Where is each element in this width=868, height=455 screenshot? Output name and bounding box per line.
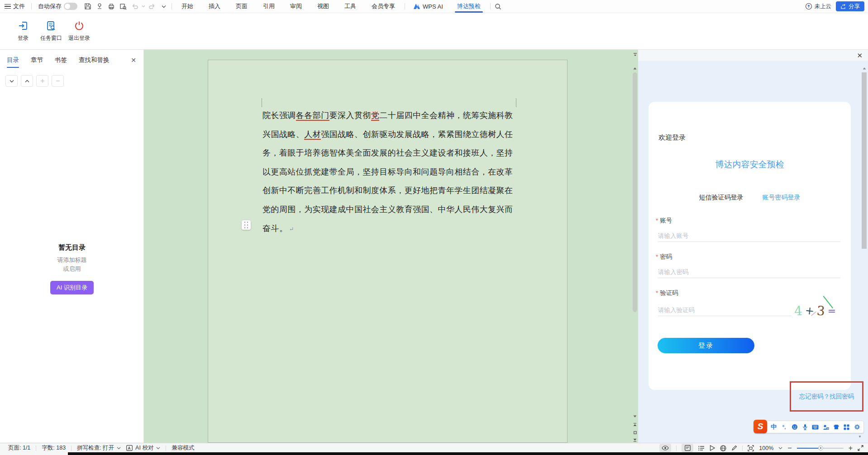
task-window-button[interactable]: 任务窗口: [37, 14, 65, 48]
panel-scrollbar-thumb[interactable]: [862, 72, 867, 249]
toc-expand-button[interactable]: [36, 75, 48, 87]
quick-access-dropdown-icon[interactable]: [158, 0, 170, 13]
doc-line[interactable]: 务，着眼于培养德智体美全面发展的社会主义建设者和接班人，坚持: [262, 144, 516, 163]
search-icon[interactable]: [492, 0, 504, 13]
zoom-slider[interactable]: [797, 448, 844, 449]
autosave-control[interactable]: 自动保存: [33, 0, 82, 13]
tab-sms-login[interactable]: 短信验证码登录: [699, 194, 744, 202]
menu-item-home[interactable]: 开始: [174, 0, 201, 13]
menu-item-tools[interactable]: 工具: [337, 0, 364, 13]
menu-item-page[interactable]: 页面: [228, 0, 255, 13]
zoom-in-button[interactable]: +: [849, 444, 853, 452]
word-count[interactable]: 字数: 183: [42, 444, 66, 452]
slideshow-view-button[interactable]: [710, 445, 715, 451]
save-icon[interactable]: [82, 0, 94, 13]
ruler-toggle-icon[interactable]: [632, 52, 638, 58]
ime-punctuation-icon[interactable]: °‚: [780, 424, 788, 430]
page-view-button[interactable]: [682, 444, 693, 452]
doc-line[interactable]: 创新中不断完善工作机制和制度体系，更好地把青年学生团结凝聚在: [262, 181, 516, 200]
sogou-logo[interactable]: S: [754, 420, 767, 433]
spellcheck-control[interactable]: 拼写检查: 打开: [77, 444, 121, 452]
sidebar-close-icon[interactable]: ✕: [131, 57, 136, 63]
tab-chapters[interactable]: 章节: [31, 56, 43, 68]
undo-button[interactable]: [129, 0, 141, 13]
compat-mode-label[interactable]: 兼容模式: [172, 444, 194, 452]
password-input[interactable]: [658, 266, 840, 278]
scrollbar-thumb[interactable]: [633, 72, 637, 312]
zoom-out-button[interactable]: −: [787, 444, 792, 452]
ime-toolbox-icon[interactable]: [843, 424, 850, 430]
web-layout-button[interactable]: [720, 445, 726, 451]
doc-line[interactable]: 奋斗。↵: [262, 219, 516, 238]
zoom-slider-handle[interactable]: [818, 446, 823, 450]
document-canvas[interactable]: 院长强调各各部门要深入贯彻党二十届四中全会精神，统筹实施科教 兴国战略、人材强国…: [144, 50, 638, 443]
divider: [405, 3, 405, 9]
autosave-toggle[interactable]: [64, 3, 77, 10]
document-scrollbar[interactable]: [632, 50, 638, 443]
undo-dropdown-icon[interactable]: [141, 0, 146, 13]
eye-protection-button[interactable]: [659, 444, 671, 452]
ai-proofread-control[interactable]: AI 校对: [126, 444, 160, 452]
tab-toc[interactable]: 目录: [7, 56, 19, 68]
zoom-dropdown-icon[interactable]: [778, 447, 782, 450]
scroll-up-arrow[interactable]: [632, 65, 638, 71]
doc-line[interactable]: 院长强调各各部门要深入贯彻党二十届四中全会精神，统筹实施科教: [262, 106, 516, 125]
toc-collapse-button[interactable]: [52, 75, 64, 87]
fullscreen-button[interactable]: [858, 445, 863, 451]
tab-bookmarks[interactable]: 书签: [55, 56, 67, 68]
previous-page-button[interactable]: [632, 422, 638, 428]
print-preview-icon[interactable]: [117, 0, 129, 13]
ime-skin-icon[interactable]: [832, 424, 840, 430]
page-indicator[interactable]: 页面: 1/1: [8, 444, 30, 452]
ime-id-icon[interactable]: 32: [822, 424, 830, 430]
account-input[interactable]: [658, 230, 840, 242]
toc-next-button[interactable]: [5, 75, 18, 87]
ai-proofread-icon: [126, 445, 133, 451]
ime-settings-icon[interactable]: [853, 424, 861, 430]
panel-login-button[interactable]: 登录: [658, 338, 754, 353]
doc-line[interactable]: 兴国战略、人材强国战略、创新驱动发展战略，紧紧围绕立德树人任: [262, 125, 516, 144]
menu-item-insert[interactable]: 插入: [201, 0, 228, 13]
menu-item-wps-ai[interactable]: WPS AI: [407, 3, 449, 10]
ime-mode-chinese[interactable]: 中: [770, 423, 777, 431]
menu-item-view[interactable]: 视图: [310, 0, 337, 13]
ai-recognize-toc-button[interactable]: AI 识别目录: [50, 281, 94, 294]
redo-button[interactable]: [146, 0, 158, 13]
menu-item-member[interactable]: 会员专享: [364, 0, 403, 13]
file-menu-button[interactable]: 文件: [0, 0, 29, 13]
outline-view-button[interactable]: [698, 446, 705, 451]
select-browse-object-button[interactable]: [632, 429, 638, 436]
panel-resize-arrow-icon[interactable]: ▼: [858, 435, 862, 439]
ime-voice-icon[interactable]: [801, 424, 809, 430]
scroll-down-arrow[interactable]: [632, 413, 638, 420]
stamp-icon[interactable]: [94, 0, 105, 13]
print-icon[interactable]: [105, 0, 117, 13]
captcha-image[interactable]: 4 + 3 =: [794, 301, 844, 321]
captcha-input[interactable]: [658, 304, 792, 316]
ink-annotation-button[interactable]: [731, 445, 737, 451]
login-button[interactable]: 登录: [9, 14, 37, 48]
document-text[interactable]: 院长强调各各部门要深入贯彻党二十届四中全会精神，统筹实施科教 兴国战略、人材强国…: [262, 106, 516, 238]
login-label: 登录: [18, 34, 29, 42]
menu-item-boda-precheck[interactable]: 博达预检: [449, 0, 488, 13]
paragraph-drag-handle[interactable]: [242, 220, 251, 230]
captcha-operator: +: [804, 304, 815, 318]
panel-close-icon[interactable]: ✕: [857, 52, 863, 60]
tab-find-replace[interactable]: 查找和替换: [79, 56, 110, 68]
fit-page-button[interactable]: [748, 445, 754, 451]
ime-keyboard-icon[interactable]: [811, 425, 819, 430]
menu-item-review[interactable]: 审阅: [282, 0, 310, 13]
tab-account-login[interactable]: 账号密码登录: [763, 194, 801, 202]
zoom-level[interactable]: 100%: [759, 445, 773, 451]
toc-prev-button[interactable]: [21, 75, 33, 87]
share-button[interactable]: 分享: [836, 1, 864, 11]
cloud-status[interactable]: 未上云: [805, 3, 832, 10]
document-page[interactable]: 院长强调各各部门要深入贯彻党二十届四中全会精神，统筹实施科教 兴国战略、人材强国…: [208, 60, 568, 443]
next-page-button[interactable]: [632, 437, 638, 443]
doc-line[interactable]: 以更高站位抓党建带全局，坚持目标导向和问题导向相结合，在改革: [262, 163, 516, 182]
ime-emoji-icon[interactable]: [791, 424, 798, 430]
menu-item-reference[interactable]: 引用: [255, 0, 282, 13]
doc-line[interactable]: 党的周围，为实现建成中国社会主义教育强国、中华人民伟大复兴而: [262, 200, 516, 219]
forgot-password-link[interactable]: 忘记密码？找回密码: [799, 393, 854, 401]
logout-button[interactable]: 退出登录: [65, 14, 93, 48]
